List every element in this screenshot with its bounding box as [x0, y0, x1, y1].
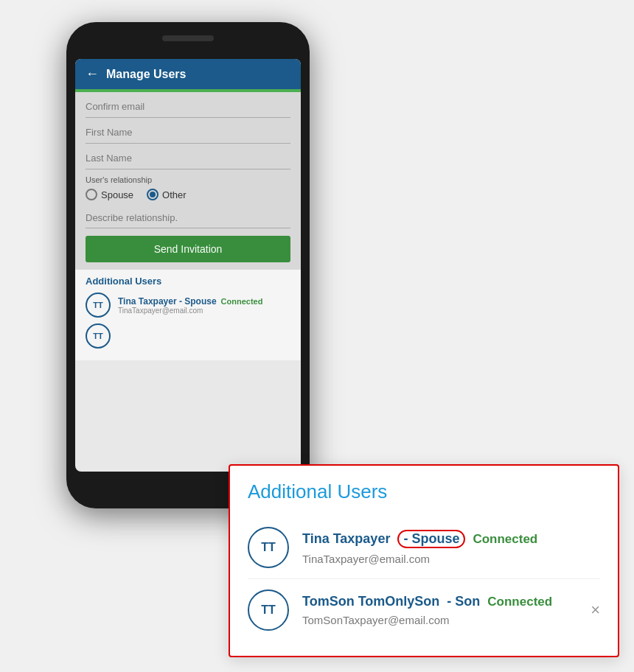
last-name-field[interactable] — [86, 144, 290, 169]
radio-spouse[interactable]: Spouse — [86, 189, 133, 200]
avatar-tt-2-expanded: TT — [248, 589, 289, 631]
connected-badge-1-expanded: Connected — [473, 532, 537, 547]
expanded-card: Additional Users TT Tina Taxpayer - Spou… — [229, 464, 619, 657]
user-name-1a-expanded: Tina Taxpayer — [302, 531, 390, 547]
phone-speaker — [162, 35, 214, 41]
avatar-tt-1-expanded: TT — [248, 527, 289, 568]
user-info-1-phone: Tina Taxpayer - Spouse Connected TinaTax… — [118, 296, 290, 315]
form-area: User's relationship Spouse Other Describ… — [75, 92, 301, 270]
phone-screen: ← Manage Users User's relationship Spous… — [75, 59, 301, 472]
additional-users-phone-section: Additional Users TT Tina Taxpayer - Spou… — [75, 270, 301, 360]
radio-other-label: Other — [162, 189, 187, 200]
avatar-tt-1-phone: TT — [86, 293, 111, 318]
user-name-2b-expanded: - Son — [447, 594, 480, 609]
avatar-tt-2-phone: TT — [86, 323, 111, 349]
first-name-input[interactable] — [86, 127, 290, 138]
user-email-2-expanded: TomSonTaxpayer@email.com — [302, 614, 571, 626]
user-info-2-expanded: TomSon TomOnlySon - Son Connected TomSon… — [302, 594, 571, 626]
last-name-input[interactable] — [86, 153, 290, 164]
expanded-user-row-2: TT TomSon TomOnlySon - Son Connected Tom… — [248, 579, 600, 641]
close-user-2-button[interactable]: × — [591, 601, 600, 620]
send-invitation-button[interactable]: Send Invitation — [86, 236, 290, 262]
back-button[interactable]: ← — [86, 66, 99, 82]
describe-relationship-field[interactable]: Describe relationship. — [86, 206, 290, 228]
user-name-1-phone: Tina Taxpayer - Spouse — [118, 296, 217, 307]
phone-user-row-2: TT — [86, 323, 290, 349]
phone-user-row-1: TT Tina Taxpayer - Spouse Connected Tina… — [86, 293, 290, 318]
confirm-email-input[interactable] — [86, 101, 290, 112]
user-email-1-expanded: TinaTaxpayer@email.com — [302, 553, 600, 565]
expanded-user-row-1: TT Tina Taxpayer - Spouse Connected Tina… — [248, 517, 600, 579]
user-name-row-1-expanded: Tina Taxpayer - Spouse Connected — [302, 530, 600, 548]
user-email-1-phone: TinaTaxpayer@email.com — [118, 307, 290, 315]
user-name-row-2-expanded: TomSon TomOnlySon - Son Connected — [302, 594, 571, 609]
radio-spouse-label: Spouse — [101, 189, 133, 200]
user-name-2a-expanded: TomSon TomOnlySon — [302, 594, 439, 609]
radio-other-circle[interactable] — [147, 189, 158, 200]
confirm-email-field[interactable] — [86, 92, 290, 118]
page-title: Manage Users — [106, 68, 187, 81]
radio-group: Spouse Other — [86, 184, 290, 206]
app-header: ← Manage Users — [75, 59, 301, 89]
first-name-field[interactable] — [86, 118, 290, 144]
connected-badge-1-phone: Connected — [221, 297, 263, 306]
user-name-row-1-phone: Tina Taxpayer - Spouse Connected — [118, 296, 290, 307]
radio-other[interactable]: Other — [147, 189, 187, 200]
connected-badge-2-expanded: Connected — [487, 595, 552, 609]
relationship-label: User's relationship — [86, 169, 290, 184]
user-info-1-expanded: Tina Taxpayer - Spouse Connected TinaTax… — [302, 530, 600, 565]
additional-users-title-phone: Additional Users — [86, 276, 290, 287]
radio-spouse-circle[interactable] — [86, 189, 97, 200]
expanded-card-title: Additional Users — [248, 480, 600, 503]
phone-shell: ← Manage Users User's relationship Spous… — [66, 22, 310, 508]
user-name-1b-expanded: - Spouse — [397, 530, 465, 548]
